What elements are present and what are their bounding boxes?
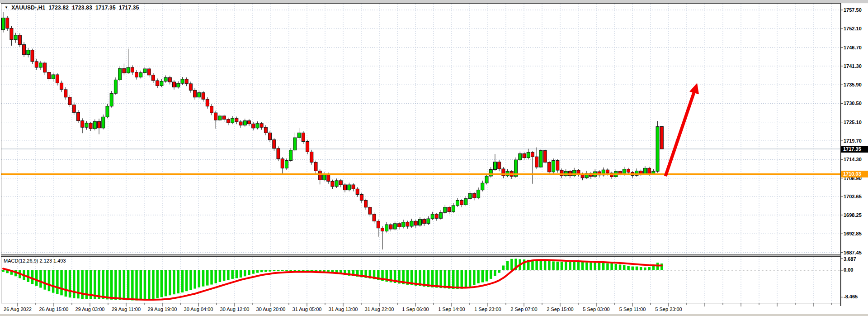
candlestick-series: [2, 12, 664, 250]
macd-name: MACD(12,26,9): [4, 258, 38, 263]
macd-axis-bottom: -8.465: [844, 294, 858, 299]
price-tick-label: 1735.90: [844, 81, 862, 88]
macd-histogram: [2, 259, 663, 301]
price-tick-label: 1752.10: [844, 25, 862, 32]
grid-horizontal: [1, 10, 840, 253]
symbol-dropdown-icon[interactable]: ▼: [5, 5, 8, 10]
price-tick-label: 1730.50: [844, 100, 862, 106]
macd-signal-value: 1.493: [53, 258, 66, 263]
symbol-period-label: XAUUSD-,H1: [11, 5, 45, 11]
ohlc-open: 1723.82: [48, 5, 69, 11]
ohlc-high: 1723.83: [72, 5, 92, 11]
chart-title: ▼ XAUUSD-,H1 1723.82 1723.83 1717.35 171…: [5, 5, 139, 11]
price-tick-label: 1714.30: [844, 156, 862, 163]
macd-value: 2.123: [39, 258, 52, 263]
price-tick-label: 1692.85: [844, 230, 862, 237]
macd-indicator-label: MACD(12,26,9) 2.123 1.493: [4, 258, 66, 263]
macd-axis-top: 3.687: [844, 256, 856, 262]
mt4-chart-window: ▼ XAUUSD-,H1 1723.82 1723.83 1717.35 171…: [0, 0, 868, 316]
panel-borders: [1, 3, 843, 306]
price-tick-label: 1725.10: [844, 119, 862, 125]
panel-splitter[interactable]: [1, 254, 840, 257]
price-tick-label: 1703.65: [844, 193, 862, 200]
time-axis[interactable]: 26 Aug 202226 Aug 15:0029 Aug 03:0029 Au…: [0, 303, 840, 314]
orange-line-price-tag: 1710.03: [841, 171, 868, 177]
price-tick-label: 1698.25: [844, 212, 862, 218]
time-tick-label: 5 Sep 23:00: [644, 306, 693, 312]
ohlc-low: 1717.35: [95, 5, 116, 11]
price-tick-label: 1741.30: [844, 63, 862, 69]
chart-canvas[interactable]: [0, 0, 868, 316]
price-tick-label: 1757.50: [844, 7, 862, 13]
price-tick-label: 1746.70: [844, 44, 862, 51]
current-price-tag: 1717.35: [841, 146, 868, 153]
ohlc-close: 1717.35: [119, 5, 139, 11]
price-tick-label: 1687.45: [844, 249, 862, 256]
price-tick-label: 1719.70: [844, 138, 862, 144]
grid-vertical: [18, 4, 831, 302]
trend-arrow[interactable]: [665, 83, 699, 176]
macd-axis-zero: 0.00: [844, 267, 853, 273]
